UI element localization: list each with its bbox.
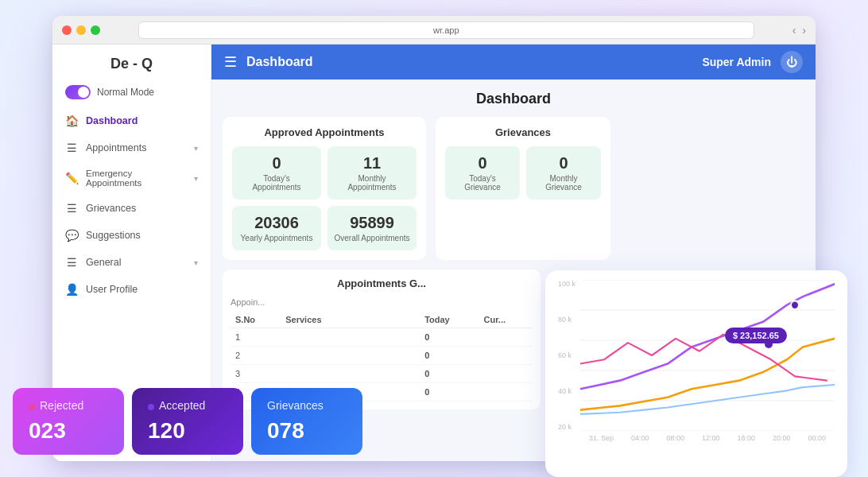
cell-cur [479, 383, 533, 401]
svg-point-6 [791, 301, 799, 309]
grievances-title: Grievances [445, 126, 601, 138]
sidebar-item-suggestions[interactable]: 💬 Suggestions [52, 222, 211, 249]
x-label: 31. Sep [589, 434, 614, 442]
close-dot[interactable] [62, 25, 72, 35]
yearly-appointments-label: Yearly Appointments [238, 234, 315, 242]
chat-icon: 💬 [65, 229, 78, 242]
appointments-table-title: Appointments G... [231, 277, 533, 289]
y-label: 20 k [558, 423, 575, 431]
back-icon[interactable]: ‹ [792, 24, 796, 37]
grievances-stat-cards: 0 Today's Grievance 0 Monthly Grievance [445, 146, 601, 200]
cell-service [281, 328, 420, 347]
approved-appointments-section: Approved Appointments 0 Today's Appointm… [223, 117, 426, 260]
col-today: Today [420, 312, 479, 328]
chevron-down-icon: ▾ [194, 144, 198, 153]
url-bar[interactable]: wr.app [138, 21, 754, 39]
sidebar-item-general[interactable]: ☰ General ▾ [52, 249, 211, 276]
chart-area: 100 k 80 k 60 k 40 k 20 k [558, 280, 835, 431]
chevron-down-icon: ▾ [194, 258, 198, 267]
x-label: 08:00 [666, 434, 684, 442]
todays-grievance-label: Today's Grievance [451, 174, 513, 192]
accepted-value: 120 [148, 418, 227, 444]
sidebar-item-label: Emergency Appointments [86, 169, 186, 188]
x-label: 16:00 [737, 434, 755, 442]
maximize-dot[interactable] [91, 25, 100, 35]
cell-service [281, 365, 420, 383]
bottom-stats: Rejected 023 Accepted 120 Grievances 078 [13, 388, 362, 455]
y-label: 100 k [558, 280, 575, 288]
sidebar-item-grievances[interactable]: ☰ Grievances [52, 195, 211, 222]
edit-icon: ✏️ [65, 172, 78, 184]
monthly-appointments-label: Monthly Appointments [334, 174, 410, 192]
topbar-title: Dashboard [246, 55, 702, 69]
cell-sno: 2 [231, 347, 281, 365]
grievances-icon: ☰ [65, 202, 78, 215]
sidebar-item-dashboard[interactable]: 🏠 Dashboard [52, 107, 211, 134]
table-row: 2 0 [231, 347, 533, 365]
sidebar-item-label: Appointments [86, 142, 146, 153]
url-text: wr.app [433, 25, 459, 35]
todays-appointments-card: 0 Today's Appointments [232, 146, 321, 200]
overall-appointments-value: 95899 [334, 214, 410, 232]
sidebar-item-emergency-appointments[interactable]: ✏️ Emergency Appointments ▾ [52, 161, 211, 195]
monthly-grievance-label: Monthly Grievance [533, 174, 595, 192]
col-sno: S.No [231, 312, 281, 328]
rejected-label: Rejected [40, 399, 83, 412]
chevron-down-icon: ▾ [194, 174, 198, 183]
todays-grievance-card: 0 Today's Grievance [445, 146, 520, 200]
power-button[interactable]: ⏻ [781, 51, 803, 73]
topbar: ☰ Dashboard Super Admin ⏻ [211, 45, 816, 80]
sidebar-item-label: User Profile [86, 284, 138, 295]
monthly-grievance-card: 0 Monthly Grievance [526, 146, 601, 200]
sidebar-item-user-profile[interactable]: 👤 User Profile [52, 276, 211, 303]
monthly-appointments-value: 11 [334, 154, 410, 173]
mode-label: Normal Mode [97, 87, 154, 98]
approved-appointments-title: Approved Appointments [232, 126, 417, 138]
sidebar-item-appointments[interactable]: ☰ Appointments ▾ [52, 134, 211, 161]
todays-grievance-value: 0 [451, 154, 513, 173]
chart-x-labels: 31. Sep 04:00 08:00 12:00 16:00 20:00 00… [558, 434, 835, 442]
yearly-appointments-card: 20306 Yearly Appointments [232, 206, 321, 250]
x-label: 20:00 [773, 434, 791, 442]
rejected-stat-card: Rejected 023 [13, 388, 124, 455]
list-icon: ☰ [65, 142, 78, 154]
grievances-stat-value: 078 [267, 418, 347, 444]
rejected-dot [29, 404, 35, 410]
forward-icon[interactable]: › [802, 24, 806, 37]
cell-today: 0 [420, 365, 479, 383]
browser-dots [62, 25, 100, 35]
page-title: Dashboard [223, 91, 804, 107]
accepted-dot [148, 404, 154, 410]
x-label: 12:00 [702, 434, 720, 442]
menu-icon[interactable]: ☰ [224, 53, 237, 71]
table-row: 3 0 [231, 365, 533, 383]
topbar-admin: Super Admin [702, 56, 771, 68]
toggle-switch[interactable] [65, 85, 91, 99]
chart-y-labels: 100 k 80 k 60 k 40 k 20 k [558, 280, 575, 431]
grievances-stat-label: Grievances [267, 399, 324, 412]
cell-cur [479, 328, 533, 347]
cell-cur [479, 347, 533, 365]
sidebar-item-label: General [86, 257, 121, 268]
accepted-label: Accepted [159, 399, 205, 412]
minimize-dot[interactable] [76, 25, 86, 35]
cell-today: 0 [420, 383, 479, 401]
grievances-section: Grievances 0 Today's Grievance 0 Monthly… [436, 117, 610, 260]
sidebar-logo: De - Q [52, 45, 211, 80]
yearly-appointments-value: 20306 [238, 214, 315, 232]
general-icon: ☰ [65, 256, 78, 269]
mode-toggle[interactable]: Normal Mode [52, 80, 211, 107]
accepted-stat-card: Accepted 120 [132, 388, 243, 455]
overall-appointments-label: Overall Appointments [334, 234, 410, 242]
x-label: 00:00 [808, 434, 826, 442]
col-services: Services [281, 312, 420, 328]
stats-cards-row: Approved Appointments 0 Today's Appointm… [223, 117, 804, 260]
overall-appointments-card: 95899 Overall Appointments [327, 206, 417, 250]
cell-sno: 1 [231, 328, 281, 347]
sidebar-item-label: Dashboard [86, 115, 138, 126]
x-label: 04:00 [631, 434, 649, 442]
monthly-grievance-value: 0 [533, 154, 595, 173]
y-label: 40 k [558, 387, 575, 395]
grievances-stat-card: Grievances 078 [251, 388, 362, 455]
sidebar-item-label: Grievances [86, 203, 136, 214]
